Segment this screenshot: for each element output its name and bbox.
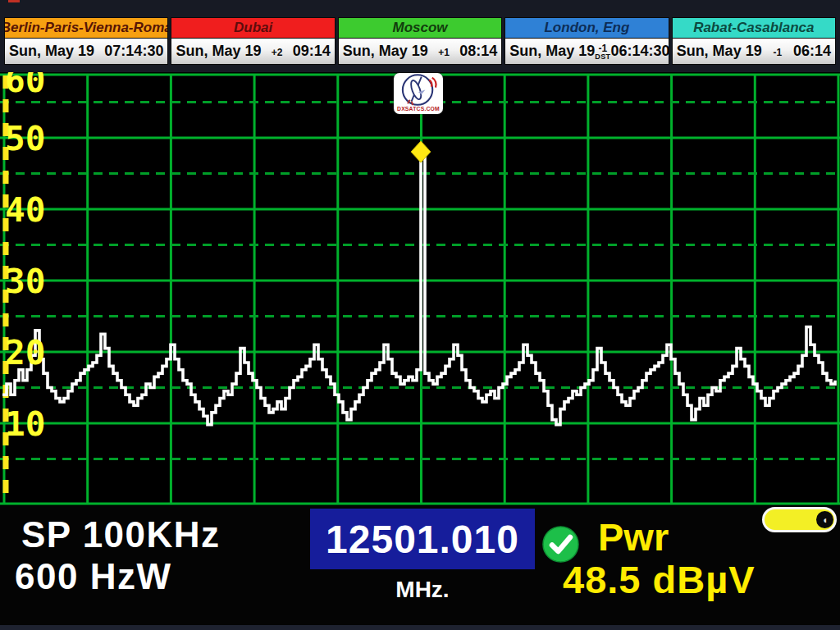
clock-time-row: Sun, May 19 -1 DST 06:14:30 — [504, 39, 669, 65]
clock-date: Sun, May 19 — [343, 43, 428, 60]
clock-time-row: Sun, May 19 +1 08:14 — [338, 39, 502, 65]
timezone-offset: +1 — [428, 46, 459, 57]
timezone-offset: -1 DST — [595, 42, 610, 61]
clock-panel-berlin: Berlin-Paris-Vienna-Roma Sun, May 19 07:… — [4, 17, 168, 67]
satellite-dish-icon — [395, 73, 441, 107]
y-tick-label: 30 — [5, 262, 45, 301]
clock-time: 08:14 — [459, 43, 497, 60]
meter-screen: Berlin-Paris-Vienna-Roma Sun, May 19 07:… — [0, 0, 840, 630]
bandwidth-readout: 600 HzW — [15, 556, 171, 597]
spectrum-plot: 605040302010 — [0, 72, 840, 506]
bottom-strip — [0, 625, 840, 630]
clock-city-label: Dubai — [171, 17, 335, 39]
dxsatcs-logo: DXSATCS.COM — [394, 73, 443, 114]
y-tick-label: 40 — [5, 190, 45, 230]
y-tick-label: 50 — [5, 119, 45, 158]
clock-time: 09:14 — [293, 43, 331, 60]
logo-text: DXSATCS.COM — [397, 106, 440, 112]
y-tick-label: 10 — [5, 404, 45, 444]
signal-trace — [2, 148, 835, 425]
clock-city-label: Rabat-Casablanca — [672, 17, 836, 39]
clock-city-label: Moscow — [338, 17, 502, 39]
timezone-offset: +2 — [261, 46, 292, 57]
power-value: 48.5 dBµV — [563, 557, 756, 602]
speaker-icon: ◖ — [816, 511, 833, 528]
span-readout: SP 100KHz — [21, 514, 221, 555]
clock-panel-london: London, Eng Sun, May 19 -1 DST 06:14:30 — [504, 17, 669, 67]
timezone-offset: -1 — [762, 46, 793, 57]
frequency-unit-label: MHz. — [310, 577, 535, 603]
clock-time: 06:14 — [793, 43, 831, 60]
world-clock-bar: Berlin-Paris-Vienna-Roma Sun, May 19 07:… — [0, 0, 840, 72]
clock-panels: Berlin-Paris-Vienna-Roma Sun, May 19 07:… — [4, 17, 836, 67]
clock-date: Sun, May 19 — [9, 43, 94, 60]
top-red-dash — [8, 0, 20, 2]
clock-time: 07:14:30 — [104, 43, 163, 60]
status-pill[interactable]: ◖ — [762, 507, 837, 532]
clock-time: 06:14:30 — [610, 43, 669, 60]
clock-city-label: Berlin-Paris-Vienna-Roma — [4, 17, 168, 39]
clock-time-row: Sun, May 19 07:14:30 — [4, 39, 168, 65]
spectrum-chart: 605040302010 DXSATCS.COM — [0, 72, 840, 506]
clock-panel-rabat: Rabat-Casablanca Sun, May 19 -1 06:14 — [672, 17, 836, 67]
frequency-display[interactable]: 12501.010 — [310, 509, 535, 569]
timezone-offset — [94, 51, 104, 52]
clock-time-row: Sun, May 19 +2 09:14 — [171, 39, 335, 65]
clock-date: Sun, May 19 — [176, 43, 261, 60]
readout-bar: SP 100KHz 600 HzW 12501.010 MHz. Pwr 48.… — [0, 506, 840, 625]
diamond-marker-icon — [411, 141, 431, 162]
clock-time-row: Sun, May 19 -1 06:14 — [672, 39, 836, 65]
y-tick-label: 60 — [5, 72, 45, 100]
clock-panel-moscow: Moscow Sun, May 19 +1 08:14 — [338, 17, 502, 67]
clock-date: Sun, May 19 — [509, 43, 595, 60]
clock-city-label: London, Eng — [504, 17, 669, 39]
clock-date: Sun, May 19 — [677, 43, 762, 60]
power-label: Pwr — [598, 514, 669, 559]
clock-panel-dubai: Dubai Sun, May 19 +2 09:14 — [171, 17, 335, 67]
y-tick-label: 20 — [5, 333, 45, 372]
